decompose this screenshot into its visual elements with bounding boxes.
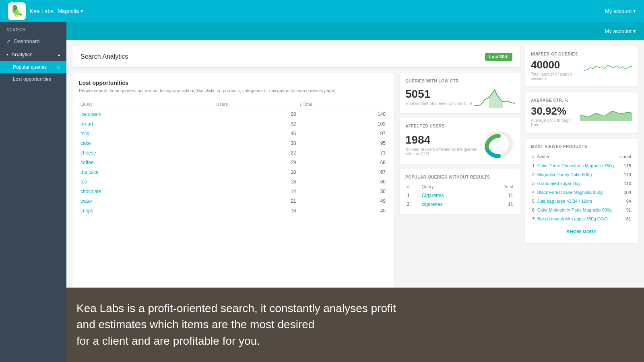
mv-col-num: #: [531, 152, 536, 161]
col-query: Query: [79, 99, 215, 109]
col-users: Users: [215, 99, 297, 109]
total-cell: 60: [298, 177, 387, 187]
search-analytics-header: Search Analytics Last 30d.: [72, 46, 520, 67]
analytics-icon: ▪: [6, 51, 8, 58]
query-cell[interactable]: tea: [79, 177, 215, 187]
nr-col-query: Query: [420, 183, 483, 191]
nav-left: 🦜 Kea Labs Magnolia ▾: [8, 2, 83, 20]
table-row: chocolate 14 50: [79, 187, 387, 196]
product-name-cell[interactable]: Cake Midnight in Paris Magnolia 900g: [536, 206, 619, 214]
users-cell: 29: [215, 158, 297, 167]
num-cell: 2: [531, 170, 536, 179]
queries-low-ctr-sub: Total number of queries with low CTR: [405, 101, 472, 106]
total-cell: 71: [298, 148, 387, 158]
product-name-cell[interactable]: Jute bag large 43/34 / 19cm: [536, 197, 619, 206]
affected-users-card: AFFECTED USERS 1984 Number of users affe…: [400, 118, 520, 165]
table-row: 6 Cake Midnight in Paris Magnolia 900g 9…: [531, 206, 632, 214]
count-cell: 110: [619, 179, 632, 188]
magnolia-button[interactable]: Magnolia ▾: [58, 8, 83, 14]
table-row: 3 Granulated sugar 1kg 110: [531, 179, 632, 188]
total-cell: 50: [298, 187, 387, 196]
num-cell: 6: [531, 206, 536, 214]
col-total: ↓ Total: [298, 99, 387, 109]
num-cell: 5: [531, 197, 536, 206]
product-name-cell[interactable]: Baked muesli with apple 350g OGO: [536, 214, 619, 223]
sidebar-item-dashboard[interactable]: ↗ Dashboard: [0, 35, 66, 48]
active-dot: [57, 66, 60, 69]
query-cell[interactable]: water: [79, 196, 215, 206]
product-name-cell[interactable]: Magnolia Honey Cake 800g: [536, 170, 619, 179]
avg-ctr-value: 30.92%: [531, 105, 580, 117]
num-cell: 3: [531, 179, 536, 188]
num-cell: 2: [405, 200, 420, 209]
users-cell: 38: [215, 138, 297, 148]
query-cell[interactable]: chocolate: [79, 187, 215, 196]
most-viewed-products-card: MOST VIEWED PRODUCTS # Name count 1 Cake…: [525, 139, 638, 243]
users-cell: 46: [215, 129, 297, 138]
my-account-secondary[interactable]: My account ▾: [605, 28, 636, 34]
table-row: 4 Black Forest cake Magnolia 850g 104: [531, 188, 632, 197]
users-cell: 14: [215, 187, 297, 196]
count-cell: 81: [619, 214, 632, 223]
users-cell: 16: [215, 206, 297, 216]
query-cell[interactable]: bread: [79, 119, 215, 129]
query-cell[interactable]: Cigarettes: [420, 191, 483, 200]
table-row: water 21 49: [79, 196, 387, 206]
total-cell: 45: [298, 206, 387, 216]
query-cell[interactable]: coffee: [79, 158, 215, 167]
product-name-cell[interactable]: Granulated sugar 1kg: [536, 179, 619, 188]
count-cell: 114: [619, 170, 632, 179]
total-cell: 102: [298, 119, 387, 129]
query-cell[interactable]: the juice: [79, 167, 215, 177]
chevron-down-icon: ▾: [633, 8, 636, 14]
query-cell[interactable]: ice cream: [79, 109, 215, 119]
query-cell[interactable]: crisps: [79, 206, 215, 216]
chart-icon: ↗: [6, 38, 11, 44]
chevron-down-icon: ▾: [80, 8, 83, 14]
avg-ctr-sub: Average Click-through Rate: [531, 118, 580, 127]
no-results-label: POPULAR QUERIES WITHOUT RESULTS: [405, 175, 515, 179]
num-queries-label: NUMBER OF QUERIES: [531, 52, 632, 56]
sidebar-subitem-popular-queries[interactable]: Popular queries: [0, 61, 66, 73]
table-row: crisps 16 45: [79, 206, 387, 216]
total-cell: 68: [298, 158, 387, 167]
query-cell[interactable]: cheese: [79, 148, 215, 158]
logo-parrot-icon: 🦜: [10, 5, 23, 17]
query-cell[interactable]: cake: [79, 138, 215, 148]
sidebar-item-analytics[interactable]: ▪ Analytics ▴: [0, 48, 66, 61]
queries-low-ctr-value: 5051: [405, 88, 472, 101]
promo-text: Kea Labs is a profit-oriented search, it…: [76, 300, 396, 350]
table-row: milk 46 97: [79, 129, 387, 138]
table-row: the juice 18 67: [79, 167, 387, 177]
nr-col-total: Total: [483, 183, 515, 191]
users-cell: 18: [215, 167, 297, 177]
table-row: cake 38 95: [79, 138, 387, 148]
date-range-badge[interactable]: Last 30d.: [485, 53, 512, 61]
avg-ctr-chart: [580, 105, 632, 121]
table-row: 2 Magnolia Honey Cake 800g 114: [531, 170, 632, 179]
num-cell: 1: [531, 161, 536, 171]
total-cell: 140: [298, 109, 387, 119]
lost-opp-table: Query Users ↓ Total ice cream 28 140 bre…: [79, 99, 387, 216]
users-cell: 18: [215, 177, 297, 187]
product-name-cell[interactable]: Cake Three Chocolates Magnolia 750g: [536, 161, 619, 171]
product-name-cell[interactable]: Black Forest cake Magnolia 850g: [536, 188, 619, 197]
my-account-top[interactable]: My account ▾: [605, 8, 636, 14]
table-row: tea 18 60: [79, 177, 387, 187]
sidebar-subitem-lost-opportunities[interactable]: Lost opportunities: [0, 73, 66, 85]
affected-users-value: 1984: [405, 134, 483, 146]
num-queries-value: 40000: [531, 59, 584, 71]
query-cell[interactable]: milk: [79, 129, 215, 138]
query-cell[interactable]: cigarettes: [420, 200, 483, 209]
avg-ctr-label: AVERAGE CTR, %: [531, 98, 632, 103]
most-viewed-table: # Name count 1 Cake Three Chocolates Mag…: [531, 152, 632, 223]
total-cell: 95: [298, 138, 387, 148]
logo-box: 🦜: [8, 2, 26, 20]
users-cell: 22: [215, 148, 297, 158]
lost-opp-title: Lost opportunities: [79, 80, 387, 86]
total-cell: 49: [298, 196, 387, 206]
table-row: bread 32 102: [79, 119, 387, 129]
show-more-button[interactable]: SHOW MORE: [531, 226, 632, 237]
table-row: ice cream 28 140: [79, 109, 387, 119]
table-row: 1 Cake Three Chocolates Magnolia 750g 11…: [531, 161, 632, 171]
